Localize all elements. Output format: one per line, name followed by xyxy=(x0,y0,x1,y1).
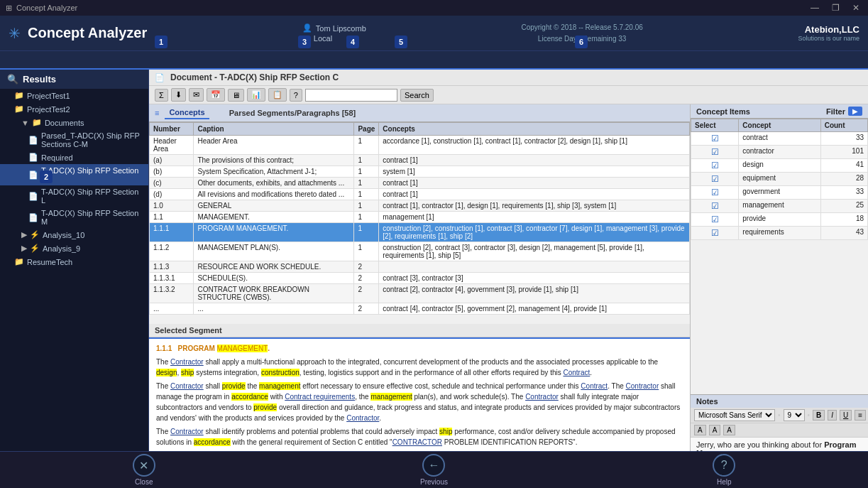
chart-button[interactable]: 📊 xyxy=(247,88,265,102)
cell-page: 1 xyxy=(354,212,379,223)
help-inline-button[interactable]: ? xyxy=(290,89,302,102)
checkbox-cell[interactable]: ☑ xyxy=(691,146,739,159)
table-row[interactable]: 1.1.3 RESOURCE AND WORK SCHEDULE. 2 xyxy=(150,261,690,273)
brand-name: Atebion,LLC xyxy=(798,24,859,35)
step-6: 6 xyxy=(575,36,588,48)
notes-btn-1[interactable]: A xyxy=(694,425,706,435)
concepts-table-container: Number Caption Page Concepts Header Area… xyxy=(149,122,690,324)
contractor-3: Contractor xyxy=(626,382,659,390)
checkbox-cell[interactable]: ☑ xyxy=(691,132,739,146)
analysis-icon-1: ⚡ xyxy=(30,230,40,239)
concepts-tab[interactable]: Concepts xyxy=(165,107,209,119)
bold-button[interactable]: B xyxy=(813,410,825,421)
help-button[interactable]: ? Help xyxy=(713,454,735,486)
list-item[interactable]: ☑ contractor 101 xyxy=(691,146,868,159)
cell-page: 2 xyxy=(354,284,379,303)
sidebar-item-section-c[interactable]: 📄 T-ADC(X) Ship RFP Section C xyxy=(0,164,148,185)
segment-para-2: The Contractor shall provide the managem… xyxy=(156,381,683,423)
cell-caption: MANAGEMENT. xyxy=(194,212,354,223)
notes-toolbar: Microsoft Sans Serif • 9 • B I U ≡ ≡ ≡ xyxy=(691,408,868,423)
download-button[interactable]: ⬇ xyxy=(171,88,186,102)
sidebar-item-documents[interactable]: ▼ 📁 Documents xyxy=(0,116,148,129)
table-row[interactable]: (a) The provisions of this contract; 1 c… xyxy=(150,155,690,166)
concept-count: 101 xyxy=(820,146,867,159)
checkbox-cell[interactable]: ☑ xyxy=(691,159,739,173)
notes-btn-3[interactable]: A xyxy=(723,425,735,435)
sigma-button[interactable]: Σ xyxy=(155,89,168,102)
title-bar-left: ⊞ Concept Analyzer xyxy=(6,4,77,13)
close-bottom-button[interactable]: ✕ Close xyxy=(133,454,155,486)
clipboard-button[interactable]: 📋 xyxy=(268,88,287,102)
checkbox-cell[interactable]: ☑ xyxy=(691,186,739,200)
checkbox-cell[interactable]: ☑ xyxy=(691,200,739,213)
help-icon: ? xyxy=(713,454,735,477)
checkbox-cell[interactable]: ☑ xyxy=(691,227,739,240)
table-row[interactable]: (c) Other documents, exhibits, and attac… xyxy=(150,178,690,189)
filter-button[interactable]: ▶ xyxy=(848,107,862,116)
segment-para-1: The Contractor shall apply a multi-funct… xyxy=(156,357,683,378)
sidebar-item-section-l[interactable]: 📄 T-ADC(X) Ship RFP Section L xyxy=(0,185,148,207)
table-row[interactable]: Header Area Header Area 1 accordance [1]… xyxy=(150,136,690,155)
ship-1: ship xyxy=(181,369,194,376)
list-item[interactable]: ☑ provide 18 xyxy=(691,213,868,227)
search-input[interactable] xyxy=(305,89,397,102)
table-row[interactable]: (b) System Specification, Attachment J-1… xyxy=(150,166,690,178)
table-row[interactable]: 1.1.2 MANAGEMENT PLAN(S). 1 construction… xyxy=(150,242,690,261)
list-item[interactable]: ☑ management 25 xyxy=(691,200,868,213)
sidebar-item-projecttest1[interactable]: 📁 ProjectTest1 xyxy=(0,89,148,102)
concept-count: 18 xyxy=(820,213,867,227)
sidebar-item-required[interactable]: 📄 Required xyxy=(0,151,148,164)
close-circle-icon: ✕ xyxy=(133,454,155,477)
screen-button[interactable]: 🖥 xyxy=(228,89,244,102)
sidebar-item-analysis10[interactable]: ▶ ⚡ Analysis_10 xyxy=(0,228,148,242)
underline-button[interactable]: U xyxy=(840,410,852,421)
table-row[interactable]: 1.0 GENERAL 1 contract [1], contractor [… xyxy=(150,200,690,212)
col-concept: Concept xyxy=(739,119,820,132)
table-row[interactable]: ... ... 2 contract [4], contractor [5], … xyxy=(150,303,690,315)
sidebar-item-resumetech[interactable]: 📁 ResumeTech xyxy=(0,255,148,269)
user-icon: 👤 xyxy=(302,23,312,33)
table-row[interactable]: 1.1.3.1 SCHEDULE(S). 2 contract [3], con… xyxy=(150,273,690,284)
concept-count: 43 xyxy=(820,227,867,240)
cell-page: 1 xyxy=(354,189,379,200)
tab-divider xyxy=(215,109,219,117)
cell-number: 1.1.3.1 xyxy=(150,273,194,284)
table-row[interactable]: 1.1.3.2 CONTRACT WORK BREAKDOWN STRUCTUR… xyxy=(150,284,690,303)
format-btn-1[interactable]: ≡ xyxy=(855,410,866,421)
restore-button[interactable]: ❐ xyxy=(829,3,842,13)
cell-number: ... xyxy=(150,303,194,315)
list-item[interactable]: ☑ contract 33 xyxy=(691,132,868,146)
list-item[interactable]: ☑ requirements 43 xyxy=(691,227,868,240)
font-size-select[interactable]: 9 xyxy=(784,409,805,421)
font-family-select[interactable]: Microsoft Sans Serif xyxy=(694,409,775,421)
list-item[interactable]: ☑ government 33 xyxy=(691,186,868,200)
sidebar-item-parsed[interactable]: 📄 Parsed_T-ADC(X) Ship RFP Sections C-M xyxy=(0,129,148,151)
table-row[interactable]: 1.1 MANAGEMENT. 1 management [1] xyxy=(150,212,690,223)
notes-header: Notes xyxy=(691,395,868,408)
concept-count: 25 xyxy=(820,200,867,213)
sidebar-item-analysis9[interactable]: ▶ ⚡ Analysis_9 xyxy=(0,242,148,255)
cell-number: 1.0 xyxy=(150,200,194,212)
checkbox-cell[interactable]: ☑ xyxy=(691,173,739,186)
table-row[interactable]: 1.1.1 PROGRAM MANAGEMENT. 1 construction… xyxy=(150,223,690,242)
close-button[interactable]: ✕ xyxy=(850,3,862,13)
minimize-button[interactable]: — xyxy=(808,3,822,13)
notes-btn-2[interactable]: A xyxy=(709,425,721,435)
calendar-button[interactable]: 📅 xyxy=(207,88,225,102)
list-item[interactable]: ☑ design 41 xyxy=(691,159,868,173)
cell-caption: RESOURCE AND WORK SCHEDULE. xyxy=(194,261,354,273)
doc-icon-1: 📄 xyxy=(28,136,38,145)
list-item[interactable]: ☑ equipment 28 xyxy=(691,173,868,186)
email-button[interactable]: ✉ xyxy=(189,88,204,102)
parsed-segments-tab[interactable]: Parsed Segments/Paragraphs [58] xyxy=(225,107,361,119)
bottom-bar: ✕ Close ← Previous ? Help xyxy=(0,451,868,488)
expand-icon-3: ▶ xyxy=(21,244,27,253)
previous-button[interactable]: ← Previous xyxy=(420,454,448,486)
sidebar-item-projecttest2[interactable]: 📁 ProjectTest2 xyxy=(0,102,148,116)
checkbox-cell[interactable]: ☑ xyxy=(691,213,739,227)
sidebar-item-section-m[interactable]: 📄 T-ADC(X) Ship RFP Section M xyxy=(0,207,148,228)
notes-content: Jerry, who are you thinking about for Pr… xyxy=(691,438,868,451)
italic-button[interactable]: I xyxy=(828,410,837,421)
table-row[interactable]: (d) All revisions and modifications ther… xyxy=(150,189,690,200)
search-button[interactable]: Search xyxy=(400,89,434,102)
